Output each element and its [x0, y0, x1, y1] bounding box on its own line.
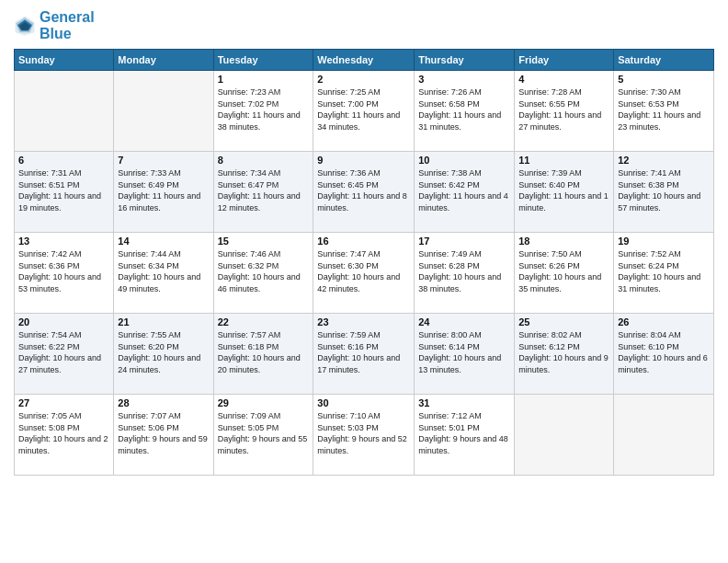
day-number: 23 — [317, 316, 410, 327]
day-number: 14 — [118, 236, 209, 247]
calendar-cell: 1Sunrise: 7:23 AM Sunset: 7:02 PM Daylig… — [213, 71, 313, 152]
calendar-cell: 27Sunrise: 7:05 AM Sunset: 5:08 PM Dayli… — [15, 395, 114, 476]
calendar-cell: 10Sunrise: 7:38 AM Sunset: 6:42 PM Dayli… — [415, 152, 515, 233]
day-info: Sunrise: 7:54 AM Sunset: 6:22 PM Dayligh… — [18, 329, 109, 375]
day-info: Sunrise: 7:31 AM Sunset: 6:51 PM Dayligh… — [18, 167, 109, 213]
weekday-header-thursday: Thursday — [415, 50, 515, 71]
day-info: Sunrise: 7:52 AM Sunset: 6:24 PM Dayligh… — [618, 248, 710, 294]
calendar-cell: 24Sunrise: 8:00 AM Sunset: 6:14 PM Dayli… — [415, 314, 515, 395]
day-info: Sunrise: 7:55 AM Sunset: 6:20 PM Dayligh… — [118, 329, 209, 375]
weekday-header-saturday: Saturday — [614, 50, 714, 71]
calendar-cell: 19Sunrise: 7:52 AM Sunset: 6:24 PM Dayli… — [614, 233, 714, 314]
day-number: 29 — [218, 397, 310, 408]
calendar-cell: 17Sunrise: 7:49 AM Sunset: 6:28 PM Dayli… — [415, 233, 515, 314]
header: General Blue — [14, 9, 714, 41]
calendar-cell: 29Sunrise: 7:09 AM Sunset: 5:05 PM Dayli… — [213, 395, 313, 476]
day-number: 1 — [218, 74, 310, 85]
day-number: 18 — [518, 236, 609, 247]
day-info: Sunrise: 7:47 AM Sunset: 6:30 PM Dayligh… — [317, 248, 410, 294]
day-number: 7 — [118, 155, 209, 166]
logo-icon — [14, 15, 36, 37]
day-info: Sunrise: 7:23 AM Sunset: 7:02 PM Dayligh… — [218, 86, 310, 132]
day-number: 5 — [618, 74, 710, 85]
day-info: Sunrise: 7:49 AM Sunset: 6:28 PM Dayligh… — [418, 248, 510, 294]
day-number: 22 — [218, 316, 310, 327]
calendar-cell: 28Sunrise: 7:07 AM Sunset: 5:06 PM Dayli… — [114, 395, 213, 476]
calendar-cell — [15, 71, 114, 152]
day-number: 3 — [418, 74, 510, 85]
calendar-cell: 12Sunrise: 7:41 AM Sunset: 6:38 PM Dayli… — [614, 152, 714, 233]
day-info: Sunrise: 7:46 AM Sunset: 6:32 PM Dayligh… — [218, 248, 310, 294]
day-number: 24 — [418, 316, 510, 327]
calendar: SundayMondayTuesdayWednesdayThursdayFrid… — [14, 49, 714, 476]
calendar-cell: 11Sunrise: 7:39 AM Sunset: 6:40 PM Dayli… — [515, 152, 614, 233]
day-number: 6 — [18, 155, 109, 166]
week-row-2: 13Sunrise: 7:42 AM Sunset: 6:36 PM Dayli… — [15, 233, 714, 314]
day-info: Sunrise: 8:00 AM Sunset: 6:14 PM Dayligh… — [418, 329, 510, 375]
calendar-cell: 5Sunrise: 7:30 AM Sunset: 6:53 PM Daylig… — [614, 71, 714, 152]
day-number: 30 — [317, 397, 410, 408]
day-number: 19 — [618, 236, 710, 247]
logo: General Blue — [14, 9, 95, 41]
day-info: Sunrise: 7:44 AM Sunset: 6:34 PM Dayligh… — [118, 248, 209, 294]
day-number: 21 — [118, 316, 209, 327]
calendar-cell: 13Sunrise: 7:42 AM Sunset: 6:36 PM Dayli… — [15, 233, 114, 314]
week-row-1: 6Sunrise: 7:31 AM Sunset: 6:51 PM Daylig… — [15, 152, 714, 233]
day-info: Sunrise: 8:02 AM Sunset: 6:12 PM Dayligh… — [518, 329, 609, 375]
calendar-cell: 8Sunrise: 7:34 AM Sunset: 6:47 PM Daylig… — [213, 152, 313, 233]
day-info: Sunrise: 7:34 AM Sunset: 6:47 PM Dayligh… — [218, 167, 310, 213]
calendar-cell — [114, 71, 213, 152]
day-info: Sunrise: 7:07 AM Sunset: 5:06 PM Dayligh… — [118, 410, 209, 456]
day-number: 11 — [518, 155, 609, 166]
weekday-header-row: SundayMondayTuesdayWednesdayThursdayFrid… — [15, 50, 714, 71]
day-number: 20 — [18, 316, 109, 327]
calendar-cell: 25Sunrise: 8:02 AM Sunset: 6:12 PM Dayli… — [515, 314, 614, 395]
day-info: Sunrise: 7:30 AM Sunset: 6:53 PM Dayligh… — [618, 86, 710, 132]
calendar-cell: 4Sunrise: 7:28 AM Sunset: 6:55 PM Daylig… — [515, 71, 614, 152]
day-number: 9 — [317, 155, 410, 166]
calendar-cell: 30Sunrise: 7:10 AM Sunset: 5:03 PM Dayli… — [313, 395, 415, 476]
weekday-header-monday: Monday — [114, 50, 213, 71]
day-info: Sunrise: 8:04 AM Sunset: 6:10 PM Dayligh… — [618, 329, 710, 375]
day-number: 27 — [18, 397, 109, 408]
calendar-cell: 20Sunrise: 7:54 AM Sunset: 6:22 PM Dayli… — [15, 314, 114, 395]
day-info: Sunrise: 7:57 AM Sunset: 6:18 PM Dayligh… — [218, 329, 310, 375]
day-info: Sunrise: 7:10 AM Sunset: 5:03 PM Dayligh… — [317, 410, 410, 456]
page: General Blue SundayMondayTuesdayWednesda… — [0, 0, 728, 563]
day-info: Sunrise: 7:28 AM Sunset: 6:55 PM Dayligh… — [518, 86, 609, 132]
calendar-cell: 3Sunrise: 7:26 AM Sunset: 6:58 PM Daylig… — [415, 71, 515, 152]
calendar-cell: 16Sunrise: 7:47 AM Sunset: 6:30 PM Dayli… — [313, 233, 415, 314]
weekday-header-sunday: Sunday — [15, 50, 114, 71]
week-row-0: 1Sunrise: 7:23 AM Sunset: 7:02 PM Daylig… — [15, 71, 714, 152]
day-info: Sunrise: 7:25 AM Sunset: 7:00 PM Dayligh… — [317, 86, 410, 132]
day-info: Sunrise: 7:33 AM Sunset: 6:49 PM Dayligh… — [118, 167, 209, 213]
day-info: Sunrise: 7:36 AM Sunset: 6:45 PM Dayligh… — [317, 167, 410, 213]
day-number: 8 — [218, 155, 310, 166]
day-info: Sunrise: 7:41 AM Sunset: 6:38 PM Dayligh… — [618, 167, 710, 213]
day-number: 4 — [518, 74, 609, 85]
calendar-cell: 9Sunrise: 7:36 AM Sunset: 6:45 PM Daylig… — [313, 152, 415, 233]
day-number: 10 — [418, 155, 510, 166]
day-number: 28 — [118, 397, 209, 408]
calendar-cell: 7Sunrise: 7:33 AM Sunset: 6:49 PM Daylig… — [114, 152, 213, 233]
day-number: 25 — [518, 316, 609, 327]
week-row-4: 27Sunrise: 7:05 AM Sunset: 5:08 PM Dayli… — [15, 395, 714, 476]
calendar-cell: 21Sunrise: 7:55 AM Sunset: 6:20 PM Dayli… — [114, 314, 213, 395]
calendar-cell: 22Sunrise: 7:57 AM Sunset: 6:18 PM Dayli… — [213, 314, 313, 395]
day-number: 31 — [418, 397, 510, 408]
calendar-cell: 15Sunrise: 7:46 AM Sunset: 6:32 PM Dayli… — [213, 233, 313, 314]
day-number: 13 — [18, 236, 109, 247]
calendar-cell: 31Sunrise: 7:12 AM Sunset: 5:01 PM Dayli… — [415, 395, 515, 476]
day-info: Sunrise: 7:09 AM Sunset: 5:05 PM Dayligh… — [218, 410, 310, 456]
weekday-header-wednesday: Wednesday — [313, 50, 415, 71]
day-info: Sunrise: 7:38 AM Sunset: 6:42 PM Dayligh… — [418, 167, 510, 213]
day-info: Sunrise: 7:12 AM Sunset: 5:01 PM Dayligh… — [418, 410, 510, 456]
weekday-header-friday: Friday — [515, 50, 614, 71]
day-info: Sunrise: 7:26 AM Sunset: 6:58 PM Dayligh… — [418, 86, 510, 132]
day-number: 16 — [317, 236, 410, 247]
day-number: 15 — [218, 236, 310, 247]
day-info: Sunrise: 7:59 AM Sunset: 6:16 PM Dayligh… — [317, 329, 410, 375]
calendar-cell: 26Sunrise: 8:04 AM Sunset: 6:10 PM Dayli… — [614, 314, 714, 395]
calendar-cell: 2Sunrise: 7:25 AM Sunset: 7:00 PM Daylig… — [313, 71, 415, 152]
day-info: Sunrise: 7:42 AM Sunset: 6:36 PM Dayligh… — [18, 248, 109, 294]
